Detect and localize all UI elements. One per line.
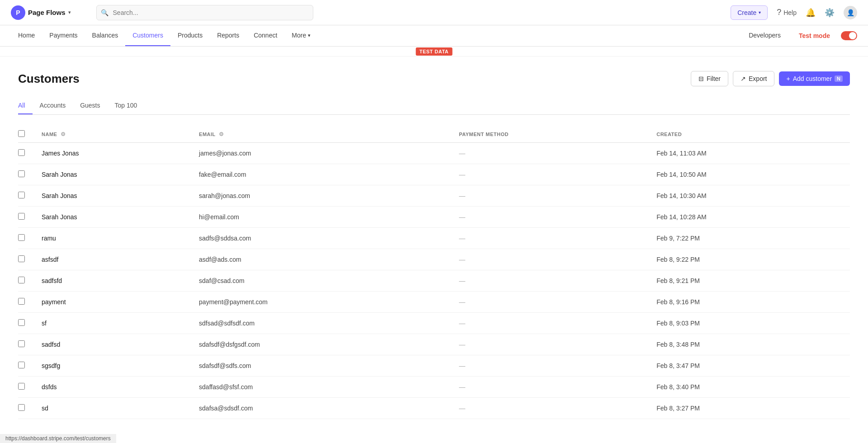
table-row[interactable]: sd sdafsa@sdsdf.com — Feb 8, 3:27 PM (18, 398, 850, 419)
logo-area[interactable]: P Page Flows ▾ (11, 5, 71, 20)
table-row[interactable]: sadfsd sdafsdf@dsfgsdf.com — Feb 8, 3:48… (18, 334, 850, 355)
row-checkbox-cell (18, 164, 36, 185)
tab-all[interactable]: All (18, 97, 33, 114)
customer-name: ramu (36, 228, 193, 249)
customer-name: asfsdf (36, 249, 193, 270)
customer-email: sarah@jonas.com (193, 185, 453, 207)
nav-more[interactable]: More ▾ (284, 25, 318, 46)
row-checkbox[interactable] (18, 319, 25, 326)
customer-email: sdfsad@sdfsdf.com (193, 313, 453, 334)
customer-name: sgsdfg (36, 355, 193, 377)
row-checkbox-cell (18, 292, 36, 313)
select-all-checkbox[interactable] (18, 130, 25, 137)
email-column-settings-icon[interactable]: ⚙ (219, 131, 224, 137)
customer-email: hi@email.com (193, 207, 453, 228)
row-checkbox[interactable] (18, 383, 25, 390)
notifications-button[interactable]: 🔔 (806, 8, 816, 18)
tabs: All Accounts Guests Top 100 (18, 97, 850, 115)
customer-email: sdafsdf@dsfgsdf.com (193, 334, 453, 355)
table-row[interactable]: asfsdf asdf@ads.com — Feb 8, 9:22 PM (18, 249, 850, 270)
settings-button[interactable]: ⚙️ (825, 8, 835, 18)
customer-name: sadfsd (36, 334, 193, 355)
row-checkbox[interactable] (18, 340, 25, 347)
row-checkbox[interactable] (18, 213, 25, 220)
customer-payment-method: — (453, 313, 651, 334)
customer-email: sdaffasd@sfsf.com (193, 377, 453, 398)
row-checkbox[interactable] (18, 192, 25, 198)
customer-created: Feb 8, 9:22 PM (651, 249, 850, 270)
table-row[interactable]: sadfsfd sdaf@csad.com — Feb 8, 9:21 PM (18, 270, 850, 292)
nav-reports[interactable]: Reports (210, 25, 246, 46)
add-customer-button[interactable]: + Add customer N (779, 71, 850, 86)
header-actions: ⊟ Filter ↗ Export + Add customer N (691, 71, 850, 86)
row-checkbox-cell (18, 143, 36, 164)
filter-icon: ⊟ (698, 75, 704, 82)
table-row[interactable]: sf sdfsad@sdfsdf.com — Feb 8, 9:03 PM (18, 313, 850, 334)
table-row[interactable]: ramu sadfs@sddsa.com — Feb 9, 7:22 PM (18, 228, 850, 249)
row-checkbox[interactable] (18, 170, 25, 177)
row-checkbox[interactable] (18, 404, 25, 411)
customer-created: Feb 8, 3:40 PM (651, 377, 850, 398)
avatar[interactable]: 👤 (844, 6, 857, 19)
page-header: Customers ⊟ Filter ↗ Export + Add custom… (18, 71, 850, 86)
more-chevron-icon: ▾ (308, 33, 311, 38)
customer-name: Sarah Jonas (36, 207, 193, 228)
test-mode-toggle[interactable] (841, 31, 857, 40)
page-title: Customers (18, 72, 80, 86)
gear-icon: ⚙️ (825, 8, 835, 17)
customer-payment-method: — (453, 377, 651, 398)
table-row[interactable]: Sarah Jonas fake@email.com — Feb 14, 10:… (18, 164, 850, 185)
customer-email: sdaf@csad.com (193, 270, 453, 292)
create-button[interactable]: Create ▾ (731, 5, 768, 20)
search-input[interactable] (96, 5, 313, 20)
row-checkbox[interactable] (18, 362, 25, 368)
customer-created: Feb 8, 9:16 PM (651, 292, 850, 313)
nav-balances[interactable]: Balances (85, 25, 126, 46)
nav-customers[interactable]: Customers (125, 25, 170, 46)
tab-guests[interactable]: Guests (73, 97, 107, 114)
developers-link[interactable]: Developers (741, 25, 788, 46)
tab-accounts[interactable]: Accounts (33, 97, 73, 114)
row-checkbox[interactable] (18, 255, 25, 262)
main-content: Customers ⊟ Filter ↗ Export + Add custom… (0, 57, 868, 434)
table-row[interactable]: James Jonas james@jonas.com — Feb 14, 11… (18, 143, 850, 164)
customer-created: Feb 14, 10:28 AM (651, 207, 850, 228)
customer-payment-method: — (453, 207, 651, 228)
nav-home[interactable]: Home (11, 25, 42, 46)
shortcut-badge: N (835, 75, 843, 82)
customer-created: Feb 14, 10:30 AM (651, 185, 850, 207)
export-icon: ↗ (741, 75, 746, 82)
customer-name: Sarah Jonas (36, 185, 193, 207)
customer-email: james@jonas.com (193, 143, 453, 164)
customer-payment-method: — (453, 292, 651, 313)
filter-button[interactable]: ⊟ Filter (691, 71, 728, 86)
name-column-settings-icon[interactable]: ⚙ (61, 131, 66, 137)
create-chevron-icon: ▾ (759, 10, 761, 15)
nav-products[interactable]: Products (170, 25, 210, 46)
table-row[interactable]: payment payment@payment.com — Feb 8, 9:1… (18, 292, 850, 313)
table-row[interactable]: Sarah Jonas hi@email.com — Feb 14, 10:28… (18, 207, 850, 228)
top-nav-right: Create ▾ ? Help 🔔 ⚙️ 👤 (731, 5, 857, 20)
export-button[interactable]: ↗ Export (733, 71, 774, 86)
row-checkbox[interactable] (18, 149, 25, 156)
table-row[interactable]: Sarah Jonas sarah@jonas.com — Feb 14, 10… (18, 185, 850, 207)
table-row[interactable]: sgsdfg sdafsdf@sdfs.com — Feb 8, 3:47 PM (18, 355, 850, 377)
app-name: Page Flows (28, 9, 66, 16)
row-checkbox[interactable] (18, 234, 25, 241)
customer-payment-method: — (453, 355, 651, 377)
tab-top100[interactable]: Top 100 (108, 97, 145, 114)
table-row[interactable]: dsfds sdaffasd@sfsf.com — Feb 8, 3:40 PM (18, 377, 850, 398)
customer-created: Feb 14, 11:03 AM (651, 143, 850, 164)
select-all-header (18, 126, 36, 143)
customer-payment-method: — (453, 249, 651, 270)
help-button[interactable]: ? Help (777, 8, 797, 17)
nav-connect[interactable]: Connect (246, 25, 284, 46)
row-checkbox-cell (18, 185, 36, 207)
help-icon: ? (777, 8, 781, 17)
nav-payments[interactable]: Payments (42, 25, 85, 46)
row-checkbox[interactable] (18, 298, 25, 305)
row-checkbox-cell (18, 313, 36, 334)
customer-email: sadfs@sddsa.com (193, 228, 453, 249)
customer-created: Feb 9, 7:22 PM (651, 228, 850, 249)
row-checkbox[interactable] (18, 277, 25, 283)
